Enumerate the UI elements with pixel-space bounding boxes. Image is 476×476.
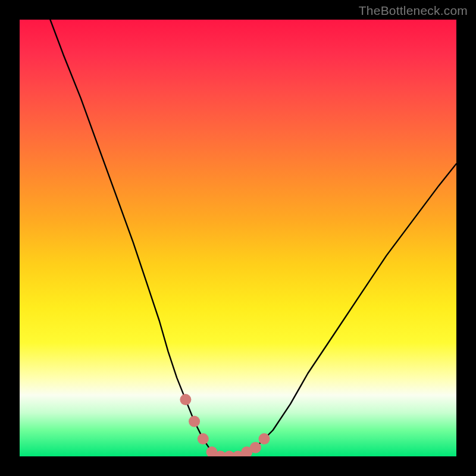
highlight-marker bbox=[259, 433, 270, 444]
highlight-marker bbox=[180, 394, 191, 405]
highlight-marker bbox=[250, 442, 261, 453]
highlight-marker bbox=[189, 416, 200, 427]
attribution-text: TheBottleneck.com bbox=[359, 4, 468, 18]
highlight-marker bbox=[198, 433, 209, 444]
bottleneck-curve bbox=[50, 20, 456, 456]
chart-svg bbox=[20, 20, 456, 456]
highlight-markers bbox=[180, 394, 270, 456]
chart-plot-area bbox=[20, 20, 456, 456]
chart-frame: TheBottleneck.com bbox=[0, 0, 476, 476]
